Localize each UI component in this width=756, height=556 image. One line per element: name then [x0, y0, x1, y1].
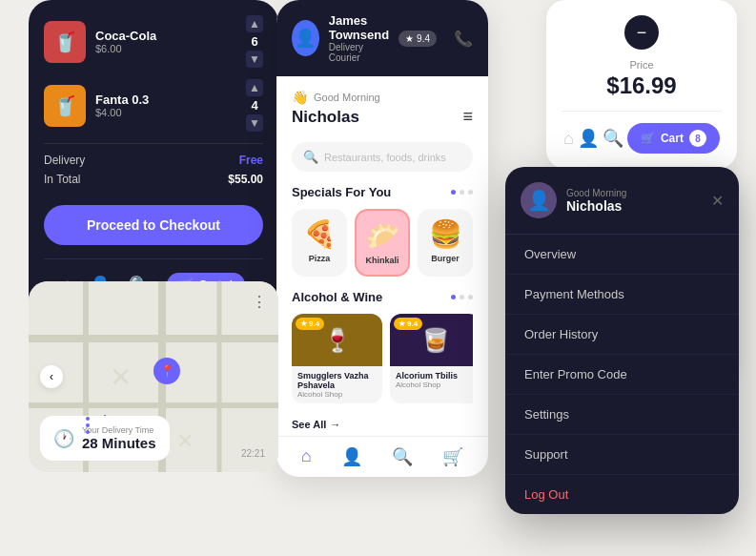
search-bar[interactable]: 🔍 Restaurants, foods, drinks: [292, 142, 473, 172]
item-name: Fanta 0.3: [95, 93, 236, 107]
delivery-label: Delivery: [44, 154, 85, 167]
delivery-info-card: 🕐 Your Delivery Time 28 Minutes: [40, 416, 170, 461]
phone-icon[interactable]: 📞: [454, 30, 473, 48]
decrease-btn[interactable]: ▼: [246, 114, 263, 132]
item-image: 🥤: [44, 85, 86, 127]
specials-title: Specials For You: [292, 185, 391, 199]
close-drawer-button[interactable]: ✕: [711, 192, 724, 210]
route-dot: [86, 430, 90, 434]
rating-badge: ★ 9.4: [394, 318, 422, 330]
special-item-khinkali[interactable]: 🥟 Khinkali: [355, 209, 410, 277]
search-nav-icon[interactable]: 🔍: [392, 446, 413, 467]
quantity-control[interactable]: ▲ 4 ▼: [246, 79, 263, 132]
user-name: Nicholas: [292, 108, 359, 127]
menu-item-promo[interactable]: Enter Promo Code: [505, 355, 739, 395]
alcohol-name: Alcorium Tbilis: [396, 371, 473, 381]
dot: [468, 295, 473, 299]
menu-item-overview[interactable]: Overview: [505, 235, 739, 275]
see-all-label: See All: [292, 419, 326, 430]
increase-btn[interactable]: ▲: [246, 15, 263, 32]
home-icon[interactable]: ⌂: [563, 129, 574, 149]
profile-icon[interactable]: 👤: [578, 128, 599, 149]
see-all-button[interactable]: See All →: [276, 413, 488, 436]
delivery-value: Free: [239, 154, 263, 167]
alcohol-item[interactable]: 🍷 ★ 9.4 Smugglers Vazha Pshavela Alcohol…: [292, 314, 382, 403]
cart-count-badge: 8: [689, 130, 706, 147]
greeting-text: Good Morning: [314, 92, 380, 103]
route-dots: [86, 417, 90, 434]
food-emoji: 🥟: [366, 220, 399, 252]
courier-header: 👤 James Townsend Delivery Courier ★ 9.4 …: [276, 0, 488, 76]
map-background: ✕ ✕ 📍 ‹ ⋮ 🕐 Your Delivery Time 28 Minute…: [29, 281, 278, 472]
food-emoji: 🍔: [429, 218, 462, 250]
quantity-control[interactable]: ▲ 6 ▼: [246, 15, 263, 68]
search-icon[interactable]: 🔍: [603, 128, 623, 149]
alcohol-item[interactable]: 🥃 ★ 9.4 Alcorium Tbilis Alcohol Shop: [390, 314, 473, 403]
checkout-button[interactable]: Proceed to Checkout: [44, 205, 263, 245]
courier-avatar: 👤: [292, 20, 319, 56]
food-emoji: 🍕: [303, 218, 337, 250]
item-price: $6.00: [95, 43, 236, 54]
total-label: In Total: [44, 173, 80, 186]
food-header: 👋 Good Morning Nicholas ≡: [276, 76, 488, 134]
special-item-pizza[interactable]: 🍕 Pizza: [292, 209, 347, 277]
map-more-button[interactable]: ⋮: [252, 293, 267, 311]
cart-button[interactable]: 🛒 Cart 8: [627, 123, 720, 154]
rating-badge: ★ 9.4: [296, 318, 324, 330]
alcohol-header: Alcohol & Wine: [292, 290, 473, 304]
alcohol-list: 🍷 ★ 9.4 Smugglers Vazha Pshavela Alcohol…: [292, 314, 473, 403]
courier-role: Delivery Courier: [329, 42, 389, 63]
drawer-greeting: Good Morning: [566, 188, 626, 198]
location-pin: 📍: [153, 358, 180, 384]
increase-btn[interactable]: ▲: [246, 79, 263, 96]
dot: [460, 190, 464, 195]
delivery-row: Delivery Free: [44, 154, 263, 167]
route-dot: [86, 417, 90, 421]
alcohol-info: Smugglers Vazha Pshavela Alcohol Shop: [292, 366, 382, 403]
alcohol-title: Alcohol & Wine: [292, 290, 382, 304]
item-info: Coca-Cola $6.00: [95, 29, 236, 54]
food-app-panel: 👤 James Townsend Delivery Courier ★ 9.4 …: [276, 0, 488, 477]
wave-icon: 👋: [292, 90, 308, 105]
menu-item-logout[interactable]: Log Out: [505, 475, 739, 514]
quantity-value: 4: [251, 98, 257, 113]
menu-item-payment[interactable]: Payment Methods: [505, 275, 739, 315]
decrease-btn[interactable]: ▼: [246, 51, 263, 68]
drawer-header: 👤 Good Morning Nicholas ✕: [505, 167, 739, 235]
menu-item-settings[interactable]: Settings: [505, 395, 739, 435]
home-nav-icon[interactable]: ⌂: [301, 446, 312, 467]
dot-active: [451, 295, 456, 299]
menu-icon[interactable]: ≡: [462, 107, 473, 127]
special-item-burger[interactable]: 🍔 Burger: [418, 209, 473, 277]
item-price: $4.00: [95, 107, 236, 118]
map-collapse-button[interactable]: ‹: [40, 365, 63, 388]
arrow-icon: →: [330, 419, 340, 430]
total-row: In Total $55.00: [44, 173, 263, 186]
greeting-row: 👋 Good Morning: [292, 90, 473, 105]
search-input[interactable]: Restaurants, foods, drinks: [324, 152, 446, 163]
courier-info: James Townsend Delivery Courier: [329, 13, 389, 63]
food-name: Khinkali: [365, 256, 398, 265]
alcohol-section: Alcohol & Wine 🍷 ★ 9.4 Smugglers Vazha P…: [276, 290, 488, 403]
dot: [468, 190, 473, 195]
alcohol-name: Smugglers Vazha Pshavela: [297, 371, 377, 390]
cart-count: 8: [695, 134, 701, 144]
cart-nav-icon[interactable]: 🛒: [442, 446, 463, 467]
courier-rating: ★ 9.4: [398, 31, 437, 47]
route-dot: [86, 423, 90, 427]
alcohol-image: 🥃 ★ 9.4: [390, 314, 473, 366]
profile-nav-icon[interactable]: 👤: [341, 446, 362, 467]
pagination-dots: [451, 295, 473, 299]
specials-list: 🍕 Pizza 🥟 Khinkali 🍔 Burger: [276, 209, 488, 277]
right-top-nav: ⌂ 👤 🔍 🛒 Cart 8: [562, 111, 722, 154]
delivery-text: Your Delivery Time 28 Minutes: [82, 425, 156, 451]
item-info: Fanta 0.3 $4.00: [95, 93, 236, 118]
food-bottom-nav: ⌂ 👤 🔍 🛒: [276, 436, 488, 477]
cart-icon: 🛒: [641, 132, 655, 145]
pagination-dots: [451, 190, 473, 195]
menu-item-history[interactable]: Order History: [505, 315, 739, 355]
map-panel: ✕ ✕ 📍 ‹ ⋮ 🕐 Your Delivery Time 28 Minute…: [29, 281, 278, 472]
cart-label: Cart: [661, 132, 684, 145]
alcohol-info: Alcorium Tbilis Alcohol Shop: [390, 366, 473, 394]
menu-item-support[interactable]: Support: [505, 435, 739, 475]
